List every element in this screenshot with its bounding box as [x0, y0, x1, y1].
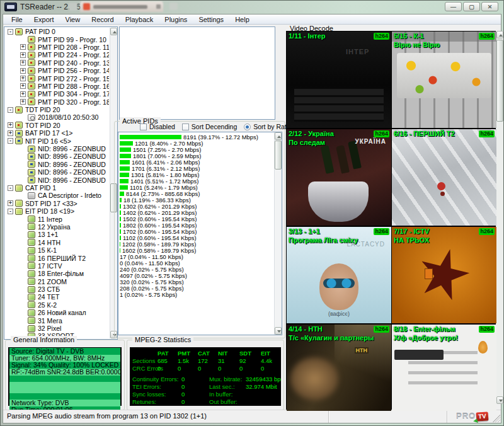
- tree-node[interactable]: +PMT PID 224 - Progr. 12: [5, 51, 109, 59]
- tree-node[interactable]: 16 ПЕРШИЙ Т2: [5, 254, 109, 262]
- pid-row[interactable]: 208 (0.02% - 5.75 Kbps): [120, 285, 273, 291]
- pid-row[interactable]: 1301 (5.81% - 1.80 Mbps): [120, 171, 273, 178]
- tree-node[interactable]: CA Descriptor - Irdeto: [5, 192, 109, 199]
- control-sort-by-rate[interactable]: Sort by Rate: [244, 123, 290, 130]
- pid-row[interactable]: 1802 (0.60% - 195.54 Kbps): [120, 222, 273, 228]
- pid-row[interactable]: 1102 (0.60% - 195.54 Kbps): [120, 234, 273, 241]
- tree-expander-icon[interactable]: +: [20, 44, 26, 50]
- tree-expander-icon[interactable]: +: [20, 99, 26, 105]
- tree-node[interactable]: 15 К-1: [5, 246, 109, 254]
- pid-row[interactable]: 1801 (7.00% - 2.59 Mbps): [120, 153, 273, 159]
- menu-help[interactable]: Help: [229, 15, 255, 24]
- radio-sort-by-rate[interactable]: [244, 124, 251, 130]
- video-tile[interactable]: ІНТЕР1/11 - Інтерh264: [287, 32, 391, 128]
- video-tile[interactable]: LACTACYD(вафісє)3/13 - 1+1Програма Ліга …: [287, 227, 391, 323]
- pid-row[interactable]: 0 (0.04% - 11.50 Kbps): [120, 260, 273, 266]
- resize-grip[interactable]: [493, 415, 500, 422]
- tree-node[interactable]: +PMT PID 304 - Progr. 17: [5, 90, 109, 98]
- tree-node[interactable]: NID: 8996 - ZEONBUD: [5, 176, 109, 183]
- pid-row[interactable]: 320 (0.02% - 5.75 Kbps): [120, 279, 273, 285]
- tree-expander-icon[interactable]: -: [8, 138, 13, 144]
- tree-node[interactable]: +PMT PID 208 - Progr. 11: [5, 43, 109, 51]
- tree-expander-icon[interactable]: +: [20, 76, 26, 81]
- scrollbar-thumb[interactable]: [275, 141, 282, 170]
- video-tile[interactable]: УКРАЇНА2/12 - УкраїнаПо следамh264: [287, 129, 391, 226]
- video-tile[interactable]: НТН4/14 - НТНТ/с «Кулагин и партнерыh264: [287, 325, 391, 411]
- pid-row[interactable]: 4097 (0.02% - 5.75 Kbps): [120, 272, 273, 279]
- control-disabled[interactable]: Disabled: [140, 123, 175, 130]
- pid-row[interactable]: 8144 (2.73% - 885.68 Kbps): [120, 190, 273, 197]
- video-tile[interactable]: 5/15 - К-1Вірю не Вірюh264: [392, 32, 496, 128]
- tree-expander-icon[interactable]: +: [20, 91, 26, 97]
- tree-node[interactable]: +PMT PID 272 - Progr. 15: [5, 74, 109, 82]
- tree-node[interactable]: 25 К-2: [5, 301, 109, 309]
- scroll-down-icon[interactable]: [275, 327, 282, 335]
- tree-expander-icon[interactable]: +: [20, 52, 26, 58]
- close-button[interactable]: ✕: [481, 2, 498, 11]
- pid-row[interactable]: 1202 (0.58% - 189.79 Kbps): [120, 241, 273, 247]
- scrollbar-thumb[interactable]: [496, 40, 503, 122]
- pid-row[interactable]: 8191 (39.17% - 12.72 Mbps): [120, 134, 273, 140]
- minimize-button[interactable]: —: [445, 2, 462, 11]
- menu-view[interactable]: View: [60, 15, 86, 24]
- pid-row[interactable]: 1302 (0.62% - 201.29 Kbps): [120, 203, 273, 209]
- pid-row[interactable]: 1402 (0.62% - 201.29 Kbps): [120, 209, 273, 216]
- tree-node[interactable]: -CAT PID 1: [5, 184, 109, 192]
- pid-row[interactable]: 1201 (8.40% - 2.70 Mbps): [120, 140, 273, 146]
- pid-row[interactable]: 1502 (0.60% - 195.54 Kbps): [120, 216, 273, 222]
- tree-expander-icon[interactable]: -: [8, 209, 13, 214]
- tree-node[interactable]: 11 Інтер: [5, 215, 109, 222]
- tree-node[interactable]: +TOT PID 20: [5, 122, 109, 129]
- tree-node[interactable]: +PMT PID 320 - Progr. 18: [5, 98, 109, 106]
- tree-node[interactable]: NID: 8996 - ZEONBUD: [5, 161, 109, 168]
- tree-node[interactable]: -TDT PID 20: [5, 106, 109, 113]
- tree-expander-icon[interactable]: +: [8, 130, 13, 136]
- pid-row[interactable]: 1401 (5.51% - 1.72 Mbps): [120, 178, 273, 184]
- tree-node[interactable]: +BAT PID 17 <1>: [5, 129, 109, 137]
- checkbox-disabled[interactable]: [140, 124, 147, 130]
- menu-file[interactable]: File: [6, 15, 28, 24]
- tree-node[interactable]: -PAT PID 0: [5, 28, 109, 35]
- tree-expander-icon[interactable]: +: [20, 68, 26, 74]
- pid-row[interactable]: 240 (0.02% - 5.75 Kbps): [120, 266, 273, 272]
- pid-row[interactable]: 1602 (0.58% - 189.79 Kbps): [120, 247, 273, 253]
- checkbox-sort-decending[interactable]: [182, 124, 189, 130]
- tree-node[interactable]: 23 СТБ: [5, 285, 109, 293]
- pid-row[interactable]: 18 (1.19% - 386.33 Kbps): [120, 197, 273, 203]
- tree-node[interactable]: +PMT PID 240 - Progr. 13: [5, 59, 109, 67]
- tree-node[interactable]: 24 ТЕТ: [5, 293, 109, 301]
- video-tile[interactable]: 7/17 - ICTVНА ТРЬОХh264: [392, 227, 496, 323]
- menu-plugins[interactable]: Plugins: [159, 15, 193, 24]
- pid-row[interactable]: 17 (0.04% - 11.50 Kbps): [120, 253, 273, 260]
- pid-row[interactable]: 1601 (6.41% - 2.06 Mbps): [120, 159, 273, 165]
- menu-record[interactable]: Record: [86, 15, 119, 24]
- video-tile[interactable]: 6/16 - ПЕРШИЙ Т2h264: [392, 129, 496, 226]
- tree-expander-icon[interactable]: -: [8, 29, 13, 35]
- tree-expander-icon[interactable]: +: [20, 83, 26, 89]
- tree-node[interactable]: 26 Новий канал: [5, 309, 109, 316]
- tree-node[interactable]: NID: 8996 - ZEONBUD: [5, 153, 109, 160]
- scroll-down-icon[interactable]: [496, 396, 503, 404]
- tree-node[interactable]: +SDT PID 17 <33>: [5, 200, 109, 207]
- tree-expander-icon[interactable]: +: [8, 122, 13, 128]
- control-sort-decending[interactable]: Sort Decending: [182, 123, 237, 130]
- maximize-button[interactable]: ▢: [463, 2, 480, 11]
- tree-node[interactable]: 17 ICTV: [5, 262, 109, 270]
- tree-node[interactable]: 18 Enter-фільм: [5, 270, 109, 277]
- pid-row[interactable]: 1 (0.02% - 5.75 Kbps): [120, 291, 273, 297]
- tree-node[interactable]: 32 Pixel: [5, 325, 109, 332]
- video-scrollbar[interactable]: [496, 31, 503, 404]
- pid-list-scrollbar[interactable]: [274, 132, 282, 335]
- tree-node[interactable]: NID: 8996 - ZEONBUD: [5, 145, 109, 153]
- tree-node[interactable]: 14 НТН: [5, 239, 109, 246]
- tree-expander-icon[interactable]: -: [8, 107, 13, 113]
- menu-export[interactable]: Export: [28, 15, 60, 24]
- tree-node[interactable]: +PMT PID 256 - Progr. 14: [5, 67, 109, 74]
- tree-node[interactable]: -NIT PID 16 <5>: [5, 137, 109, 144]
- tree-node[interactable]: 21 ZOOM: [5, 278, 109, 285]
- tree-expander-icon[interactable]: +: [8, 200, 13, 206]
- pid-row[interactable]: 1702 (0.60% - 195.54 Kbps): [120, 228, 273, 234]
- scroll-up-icon[interactable]: [110, 28, 117, 35]
- tree-expander-icon[interactable]: -: [8, 185, 13, 191]
- title-bar[interactable]: TSReader -- 2.8.51 — ▢ ✕: [1, 1, 503, 14]
